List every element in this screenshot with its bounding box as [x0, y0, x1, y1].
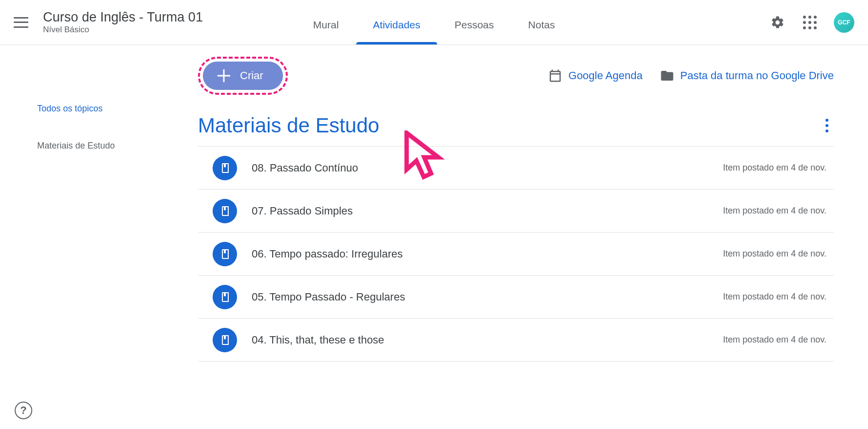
menu-icon[interactable]: [14, 17, 28, 28]
material-icon: [213, 199, 237, 223]
link-drive-folder[interactable]: Pasta da turma no Google Drive: [660, 68, 834, 83]
material-title: 08. Passado Contínuo: [252, 162, 723, 174]
material-icon: [213, 242, 237, 266]
plus-icon: [217, 69, 230, 82]
topic-title[interactable]: Materiais de Estudo: [198, 114, 379, 137]
avatar[interactable]: GCF: [834, 12, 854, 33]
material-icon: [213, 156, 237, 180]
material-icon: [213, 285, 237, 309]
material-item[interactable]: 07. Passado SimplesItem postado em 4 de …: [198, 190, 834, 233]
gear-icon[interactable]: [769, 14, 786, 31]
material-icon: [213, 328, 237, 352]
folder-icon: [660, 68, 674, 83]
material-date: Item postado em 4 de nov.: [723, 249, 826, 259]
body: Todos os tópicos Materiais de Estudo Cri…: [0, 45, 868, 429]
materials-list: 08. Passado ContínuoItem postado em 4 de…: [198, 147, 834, 362]
header-tabs: MuralAtividadesPessoasNotas: [296, 0, 572, 44]
material-title: 04. This, that, these e those: [252, 334, 723, 346]
topic-header: Materiais de Estudo: [198, 114, 834, 147]
tab-pessoas[interactable]: Pessoas: [437, 19, 511, 44]
sidebar-all-topics[interactable]: Todos os tópicos: [37, 104, 132, 114]
material-item[interactable]: 05. Tempo Passado - RegularesItem postad…: [198, 276, 834, 319]
tab-notas[interactable]: Notas: [511, 19, 572, 44]
tab-atividades[interactable]: Atividades: [356, 19, 437, 44]
create-highlight: Criar: [198, 57, 288, 95]
sidebar: Todos os tópicos Materiais de Estudo: [0, 45, 147, 429]
header-right: GCF: [769, 12, 854, 33]
link-google-agenda[interactable]: Google Agenda: [548, 68, 643, 83]
material-title: 05. Tempo Passado - Regulares: [252, 291, 723, 303]
tab-mural[interactable]: Mural: [296, 19, 356, 44]
action-row: Criar Google Agenda Pasta da turma no Go…: [198, 60, 834, 92]
class-subtitle: Nível Básico: [43, 25, 203, 35]
link-drive-folder-label: Pasta da turma no Google Drive: [680, 69, 834, 82]
class-title-block[interactable]: Curso de Inglês - Turma 01 Nível Básico: [43, 10, 203, 35]
link-google-agenda-label: Google Agenda: [568, 69, 643, 82]
material-title: 07. Passado Simples: [252, 205, 723, 217]
material-date: Item postado em 4 de nov.: [723, 206, 826, 216]
material-date: Item postado em 4 de nov.: [723, 335, 826, 345]
material-title: 06. Tempo passado: Irregulares: [252, 248, 723, 260]
calendar-icon: [548, 68, 563, 83]
class-title: Curso de Inglês - Turma 01: [43, 10, 203, 25]
create-button[interactable]: Criar: [203, 62, 283, 90]
app-header: Curso de Inglês - Turma 01 Nível Básico …: [0, 0, 868, 45]
material-date: Item postado em 4 de nov.: [723, 163, 826, 173]
sidebar-topic-item[interactable]: Materiais de Estudo: [37, 141, 132, 151]
material-item[interactable]: 08. Passado ContínuoItem postado em 4 de…: [198, 147, 834, 190]
material-item[interactable]: 04. This, that, these e thoseItem postad…: [198, 319, 834, 362]
main-area: Criar Google Agenda Pasta da turma no Go…: [147, 45, 868, 429]
material-date: Item postado em 4 de nov.: [723, 292, 826, 302]
apps-grid-icon[interactable]: [803, 16, 817, 29]
material-item[interactable]: 06. Tempo passado: IrregularesItem posta…: [198, 233, 834, 276]
kebab-menu-icon[interactable]: [820, 119, 834, 132]
create-button-label: Criar: [240, 69, 263, 82]
links-right: Google Agenda Pasta da turma no Google D…: [548, 68, 834, 83]
help-icon[interactable]: ?: [15, 402, 32, 419]
